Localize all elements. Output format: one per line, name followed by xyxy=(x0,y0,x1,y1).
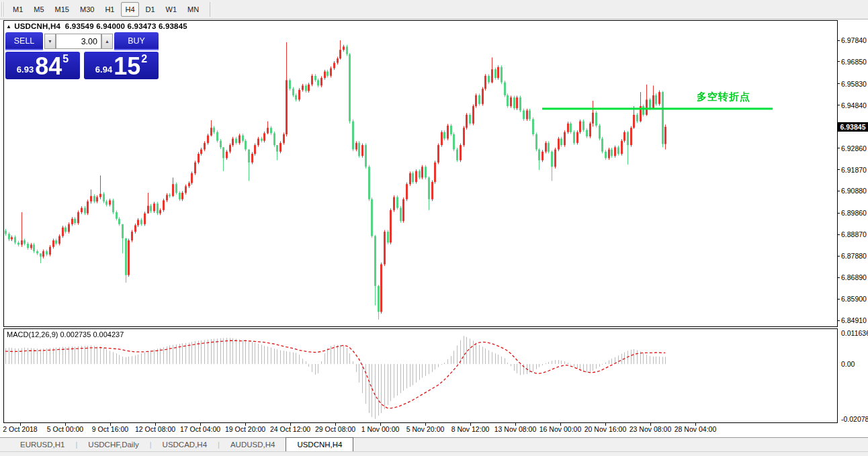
time-axis-label: 2 Oct 2018 xyxy=(3,425,37,433)
sell-price-big: 84 xyxy=(35,56,62,77)
buy-button[interactable]: BUY xyxy=(114,32,159,50)
macd-axis-label: 0.011636 xyxy=(841,329,868,337)
status-strip xyxy=(0,451,868,456)
price-axis-label: 6.92860 xyxy=(841,144,867,152)
macd-axis-label: -0.020788 xyxy=(841,415,868,423)
price-axis-label: 6.86890 xyxy=(841,273,867,281)
price-axis-label: 6.96850 xyxy=(841,58,867,66)
buy-price-big: 15 xyxy=(114,56,140,77)
chevron-up-icon: ▲ xyxy=(105,39,110,44)
time-axis-label: 19 Oct 20:00 xyxy=(225,425,265,433)
chart-tab-audusd-h4[interactable]: AUDUSD,H4 xyxy=(220,438,286,451)
timeframe-toolbar: M1M5M15M30H1H4D1W1MN xyxy=(0,0,868,19)
price-axis-tick xyxy=(837,83,840,84)
price-axis-tick xyxy=(837,299,840,300)
chart-symbol: USDCNH,H4 xyxy=(14,22,60,30)
time-axis-label: 5 Oct 00:00 xyxy=(47,425,83,433)
time-axis-label: 16 Nov 00:00 xyxy=(539,425,581,433)
chart-tab-usdchf-daily[interactable]: USDCHF,Daily xyxy=(77,438,149,451)
macd-chart-canvas[interactable] xyxy=(4,329,837,422)
trendline-annotation-label[interactable]: 多空转折点 xyxy=(697,91,750,103)
macd-axis-label: 0.00 xyxy=(841,360,855,368)
chart-tab-usdcnh-h4[interactable]: USDCNH,H4 xyxy=(286,437,353,451)
timeframe-button-m5[interactable]: M5 xyxy=(30,2,48,17)
time-axis-label: 20 Nov 16:00 xyxy=(584,425,626,433)
sell-price-pip: 5 xyxy=(62,53,69,65)
sell-quote-box[interactable]: 6.93 84 5 xyxy=(5,52,80,79)
price-axis-tick xyxy=(837,61,840,62)
price-axis-label: 6.88870 xyxy=(841,230,867,238)
price-axis-label: 6.87880 xyxy=(841,252,867,260)
price-axis-tick xyxy=(837,213,840,214)
timeframe-button-h1[interactable]: H1 xyxy=(101,2,118,17)
timeframe-button-d1[interactable]: D1 xyxy=(142,2,159,17)
time-axis-label: 9 Oct 16:00 xyxy=(92,425,128,433)
timeframe-buttons: M1M5M15M30H1H4D1W1MN xyxy=(7,2,204,17)
current-price-label: 6.93845 xyxy=(838,122,868,132)
price-axis-tick xyxy=(837,256,840,257)
time-axis-label: 28 Nov 04:00 xyxy=(675,425,716,433)
chart-tab-bar: EURUSD,H1|USDCHF,Daily|USDCAD,H4|AUDUSD,… xyxy=(0,437,868,451)
volume-decrease-button[interactable]: ▼ xyxy=(44,34,56,49)
chart-tab-usdcad-h4[interactable]: USDCAD,H4 xyxy=(152,438,218,451)
price-axis-label: 6.95830 xyxy=(841,80,867,88)
price-axis-label: 6.85900 xyxy=(841,295,867,303)
price-axis-tick xyxy=(837,191,840,191)
price-axis-label: 6.84910 xyxy=(841,316,867,324)
volume-increase-button[interactable]: ▲ xyxy=(101,34,113,49)
time-axis-label: 24 Oct 12:00 xyxy=(270,425,310,433)
timeframe-button-m30[interactable]: M30 xyxy=(76,2,98,17)
price-axis-tick xyxy=(837,148,840,148)
timeframe-button-mn[interactable]: MN xyxy=(183,2,203,17)
mt4-window: { "toolbar": { "timeframes": ["M1","M5",… xyxy=(0,0,868,456)
chart-ohlc-values: 6.93549 6.94000 6.93473 6.93845 xyxy=(65,22,187,30)
price-axis-label: 6.94840 xyxy=(841,101,867,109)
price-axis-tick xyxy=(837,40,840,41)
toolbar-separator xyxy=(210,2,210,17)
buy-price-prefix: 6.94 xyxy=(95,64,112,75)
price-axis-label: 6.90880 xyxy=(841,187,867,195)
time-axis-label: 12 Oct 08:00 xyxy=(135,425,175,433)
buy-quote-box[interactable]: 6.94 15 2 xyxy=(84,52,159,79)
price-axis-label: 6.97840 xyxy=(841,36,867,44)
price-axis-tick xyxy=(837,105,840,105)
price-axis-label: 6.91870 xyxy=(841,166,867,174)
time-axis-label: 5 Nov 20:00 xyxy=(406,425,445,433)
timeframe-button-h4[interactable]: H4 xyxy=(121,2,138,17)
price-axis-tick xyxy=(837,169,840,170)
price-axis-tick xyxy=(837,234,840,235)
macd-indicator-label: MACD(12,26,9) 0.002735 0.004237 xyxy=(7,330,124,338)
chart-tab-eurusd-h1[interactable]: EURUSD,H1 xyxy=(9,438,75,451)
collapse-panel-icon[interactable]: ▲ xyxy=(6,24,11,30)
price-axis-tick xyxy=(837,320,840,321)
price-axis-label: 6.89860 xyxy=(841,209,867,217)
sell-button[interactable]: SELL xyxy=(5,32,43,50)
buy-price-pip: 2 xyxy=(141,53,147,65)
time-axis-label: 8 Nov 12:00 xyxy=(451,425,490,433)
volume-input[interactable] xyxy=(56,34,101,49)
sell-price-prefix: 6.93 xyxy=(17,64,34,75)
toolbar-grip-handle[interactable] xyxy=(1,2,5,17)
time-axis-label: 29 Oct 08:00 xyxy=(315,425,355,433)
timeframe-button-m1[interactable]: M1 xyxy=(9,2,27,17)
timeframe-button-m15[interactable]: M15 xyxy=(51,2,73,17)
time-axis-label: 17 Oct 04:00 xyxy=(180,425,220,433)
timeframe-button-w1[interactable]: W1 xyxy=(162,2,181,17)
time-axis-label: 23 Nov 08:00 xyxy=(630,425,671,433)
time-axis-label: 13 Nov 08:00 xyxy=(494,425,536,433)
price-axis-tick xyxy=(837,277,840,278)
chevron-down-icon: ▼ xyxy=(48,39,52,44)
chart-title: ▲USDCNH,H4 6.93549 6.94000 6.93473 6.938… xyxy=(6,22,187,30)
one-click-trading-panel: SELL ▼ ▲ BUY 6.93 84 5 6.94 15 2 xyxy=(5,32,159,79)
time-axis-label: 1 Nov 00:00 xyxy=(361,425,400,433)
